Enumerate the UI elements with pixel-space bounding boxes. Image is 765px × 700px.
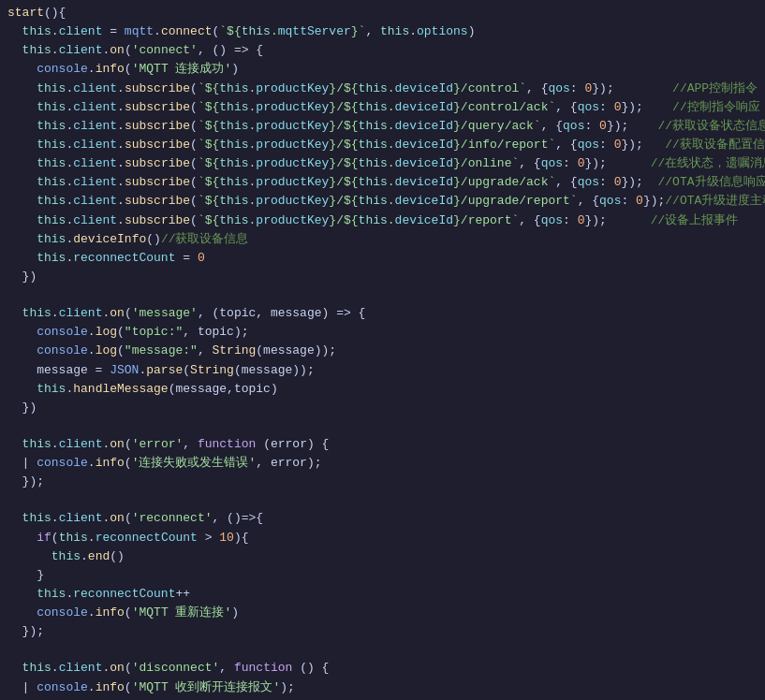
code-line: this.client.subscribe(`${this.productKey… xyxy=(0,98,765,117)
code-line: this.client.subscribe(`${this.productKey… xyxy=(0,117,765,136)
code-line: this.deviceInfo()//获取设备信息 xyxy=(0,230,765,249)
code-line: message = JSON.parse(String(message)); xyxy=(0,361,765,380)
code-line: start(){ xyxy=(0,4,765,22)
code-line: this.client.on('message', (topic, messag… xyxy=(0,304,765,323)
code-line xyxy=(0,417,765,435)
code-line: this.client.subscribe(`${this.productKey… xyxy=(0,80,765,98)
code-line: this.client.on('connect', () => { xyxy=(0,41,765,60)
code-editor: start(){ this.client = mqtt.connect(`${t… xyxy=(0,0,765,700)
code-line: this.client.subscribe(`${this.productKey… xyxy=(0,136,765,154)
code-line: }); xyxy=(0,473,765,491)
code-line: this.client.subscribe(`${this.productKey… xyxy=(0,154,765,173)
code-line xyxy=(0,641,765,659)
code-line: }) xyxy=(0,399,765,417)
code-line: this.handleMessage(message,topic) xyxy=(0,380,765,399)
code-line: }) xyxy=(0,268,765,286)
code-line: | console.info('MQTT 收到断开连接报文'); xyxy=(0,678,765,697)
code-line: this.client.on('reconnect', ()=>{ xyxy=(0,509,765,528)
code-line: console.info('MQTT 连接成功') xyxy=(0,60,765,79)
code-line: } xyxy=(0,566,765,585)
code-line: this.client = mqtt.connect(`${this.mqttS… xyxy=(0,22,765,41)
code-line xyxy=(0,286,765,304)
code-line: this.client.subscribe(`${this.productKey… xyxy=(0,173,765,192)
code-line: console.log("topic:", topic); xyxy=(0,323,765,342)
code-line: this.end() xyxy=(0,547,765,566)
code-line: this.reconnectCount++ xyxy=(0,585,765,604)
code-line: if(this.reconnectCount > 10){ xyxy=(0,529,765,547)
code-line: }); xyxy=(0,697,765,700)
code-line: this.client.on('error', function (error)… xyxy=(0,435,765,454)
code-line: }); xyxy=(0,622,765,641)
code-line: console.info('MQTT 重新连接') xyxy=(0,604,765,622)
code-line: console.log("message:", String(message))… xyxy=(0,342,765,360)
code-line: this.client.on('disconnect', function ()… xyxy=(0,659,765,678)
code-line: | console.info('连接失败或发生错误', error); xyxy=(0,454,765,473)
code-line xyxy=(0,491,765,509)
code-line: this.client.subscribe(`${this.productKey… xyxy=(0,211,765,230)
code-line: this.reconnectCount = 0 xyxy=(0,249,765,268)
code-line: this.client.subscribe(`${this.productKey… xyxy=(0,192,765,211)
